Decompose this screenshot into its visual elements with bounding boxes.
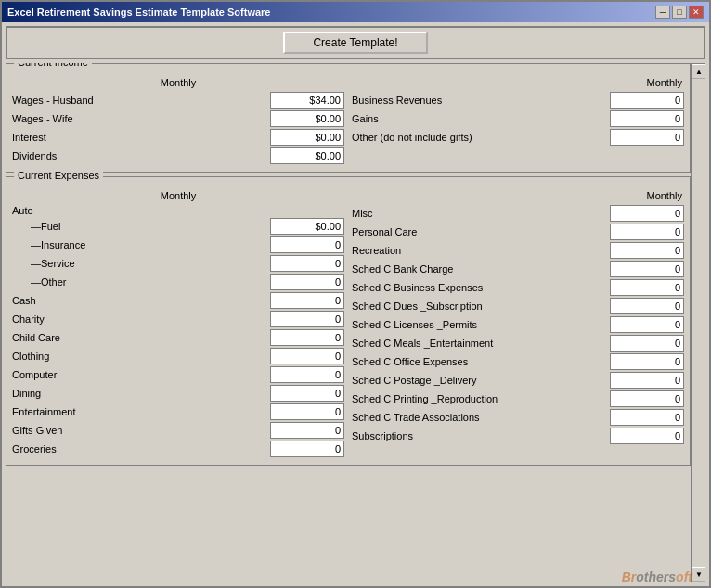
sched-c-printing-label: Sched C Printing _Reproduction bbox=[352, 393, 610, 404]
clothing-label: Clothing bbox=[12, 351, 270, 362]
minimize-button[interactable]: ─ bbox=[655, 6, 670, 19]
other-income-input[interactable] bbox=[610, 129, 684, 146]
expense-row-sched-c-printing: Sched C Printing _Reproduction bbox=[352, 390, 684, 407]
current-expenses-title: Current Expenses bbox=[14, 170, 103, 181]
entertainment-label: Entertainment bbox=[12, 406, 270, 417]
income-monthly-header-right: Monthly bbox=[352, 77, 684, 88]
income-left-col: Monthly Wages - Husband Wages - Wife Int… bbox=[12, 77, 344, 166]
entertainment-input[interactable] bbox=[270, 403, 344, 420]
sched-c-bank-input[interactable] bbox=[610, 261, 684, 277]
dining-input[interactable] bbox=[270, 385, 344, 402]
watermark-text: others bbox=[636, 569, 676, 584]
other-income-label: Other (do not include gifts) bbox=[352, 132, 610, 143]
other-auto-input[interactable] bbox=[270, 274, 344, 290]
watermark: Brothersoft bbox=[622, 569, 692, 584]
scroll-area[interactable]: Current Income Monthly Wages - Husband W… bbox=[6, 63, 691, 582]
recreation-label: Recreation bbox=[352, 245, 610, 256]
sched-c-bank-label: Sched C Bank Charge bbox=[352, 263, 610, 275]
clothing-input[interactable] bbox=[270, 348, 344, 364]
subscriptions-input[interactable] bbox=[610, 428, 684, 444]
childcare-input[interactable] bbox=[270, 329, 344, 346]
sched-c-office-input[interactable] bbox=[610, 353, 684, 370]
sched-c-licenses-input[interactable] bbox=[610, 316, 684, 333]
income-row-dividends: Dividends bbox=[12, 147, 344, 164]
gifts-input[interactable] bbox=[270, 422, 344, 439]
sched-c-postage-input[interactable] bbox=[610, 372, 684, 389]
income-row-other: Other (do not include gifts) bbox=[352, 129, 684, 146]
subscriptions-label: Subscriptions bbox=[352, 430, 610, 441]
expense-row-sched-c-bank: Sched C Bank Charge bbox=[352, 261, 684, 277]
sched-c-business-input[interactable] bbox=[610, 279, 684, 296]
service-label: —Service bbox=[12, 258, 270, 269]
business-revenues-input[interactable] bbox=[610, 92, 684, 109]
expense-row-recreation: Recreation bbox=[352, 242, 684, 259]
expenses-monthly-header-right: Monthly bbox=[352, 190, 684, 201]
expense-row-service: —Service bbox=[12, 255, 344, 272]
other-auto-label: —Other bbox=[12, 276, 270, 288]
cash-input[interactable] bbox=[270, 292, 344, 309]
scroll-up-button[interactable]: ▲ bbox=[692, 64, 705, 79]
dining-label: Dining bbox=[12, 388, 270, 399]
expense-row-personal-care: Personal Care bbox=[352, 224, 684, 240]
create-template-button[interactable]: Create Template! bbox=[283, 32, 427, 54]
current-expenses-section: Current Expenses Monthly Auto —Fuel bbox=[6, 176, 691, 466]
current-income-section: Current Income Monthly Wages - Husband W… bbox=[6, 63, 691, 173]
expense-row-auto-header: Auto bbox=[12, 205, 344, 216]
gains-input[interactable] bbox=[610, 110, 684, 127]
service-input[interactable] bbox=[270, 255, 344, 272]
computer-input[interactable] bbox=[270, 366, 344, 383]
charity-label: Charity bbox=[12, 313, 270, 325]
expense-row-sched-c-trade: Sched C Trade Associations bbox=[352, 409, 684, 426]
expense-row-gifts: Gifts Given bbox=[12, 422, 344, 439]
groceries-input[interactable] bbox=[270, 441, 344, 457]
charity-input[interactable] bbox=[270, 311, 344, 327]
expense-row-cash: Cash bbox=[12, 292, 344, 309]
expense-row-other-auto: —Other bbox=[12, 274, 344, 290]
sched-c-meals-input[interactable] bbox=[610, 335, 684, 352]
expenses-content: Monthly Auto —Fuel —Insurance bbox=[12, 190, 684, 459]
sched-c-office-label: Sched C Office Expenses bbox=[352, 356, 610, 367]
vertical-scrollbar[interactable]: ▲ ▼ bbox=[691, 63, 705, 582]
wages-husband-label: Wages - Husband bbox=[12, 95, 270, 106]
sched-c-dues-input[interactable] bbox=[610, 298, 684, 314]
fuel-input[interactable] bbox=[270, 218, 344, 235]
income-row-business: Business Revenues bbox=[352, 92, 684, 109]
watermark-brand: Br bbox=[622, 569, 637, 584]
expenses-right-col: Monthly Misc Personal Care Recreation bbox=[352, 190, 684, 459]
sched-c-trade-input[interactable] bbox=[610, 409, 684, 426]
expense-row-charity: Charity bbox=[12, 311, 344, 327]
income-monthly-header-left: Monthly bbox=[12, 77, 344, 88]
sched-c-licenses-label: Sched C Licenses _Permits bbox=[352, 319, 610, 330]
misc-label: Misc bbox=[352, 208, 610, 219]
sched-c-postage-label: Sched C Postage _Delivery bbox=[352, 375, 610, 386]
interest-label: Interest bbox=[12, 132, 270, 143]
insurance-input[interactable] bbox=[270, 236, 344, 253]
gifts-label: Gifts Given bbox=[12, 425, 270, 436]
interest-input[interactable] bbox=[270, 129, 344, 146]
wages-husband-input[interactable] bbox=[270, 92, 344, 109]
sched-c-printing-input[interactable] bbox=[610, 390, 684, 407]
expense-row-sched-c-dues: Sched C Dues _Subscription bbox=[352, 298, 684, 314]
recreation-input[interactable] bbox=[610, 242, 684, 259]
misc-input[interactable] bbox=[610, 205, 684, 222]
income-row-gains: Gains bbox=[352, 110, 684, 127]
expense-row-insurance: —Insurance bbox=[12, 236, 344, 253]
expense-row-computer: Computer bbox=[12, 366, 344, 383]
expense-row-sched-c-office: Sched C Office Expenses bbox=[352, 353, 684, 370]
close-button[interactable]: ✕ bbox=[689, 6, 704, 19]
wages-wife-input[interactable] bbox=[270, 110, 344, 127]
expense-row-sched-c-meals: Sched C Meals _Entertainment bbox=[352, 335, 684, 352]
main-window: Excel Retirement Savings Estimate Templa… bbox=[0, 0, 711, 588]
income-row-wages-wife: Wages - Wife bbox=[12, 110, 344, 127]
main-area: Current Income Monthly Wages - Husband W… bbox=[6, 63, 705, 582]
personal-care-input[interactable] bbox=[610, 224, 684, 240]
personal-care-label: Personal Care bbox=[352, 226, 610, 237]
sched-c-trade-label: Sched C Trade Associations bbox=[352, 412, 610, 423]
expense-row-misc: Misc bbox=[352, 205, 684, 222]
expense-row-subscriptions: Subscriptions bbox=[352, 428, 684, 444]
dividends-input[interactable] bbox=[270, 147, 344, 164]
income-row-wages-husband: Wages - Husband bbox=[12, 92, 344, 109]
expense-row-sched-c-business: Sched C Business Expenses bbox=[352, 279, 684, 296]
scroll-down-button[interactable]: ▼ bbox=[692, 567, 705, 582]
maximize-button[interactable]: □ bbox=[672, 6, 687, 19]
